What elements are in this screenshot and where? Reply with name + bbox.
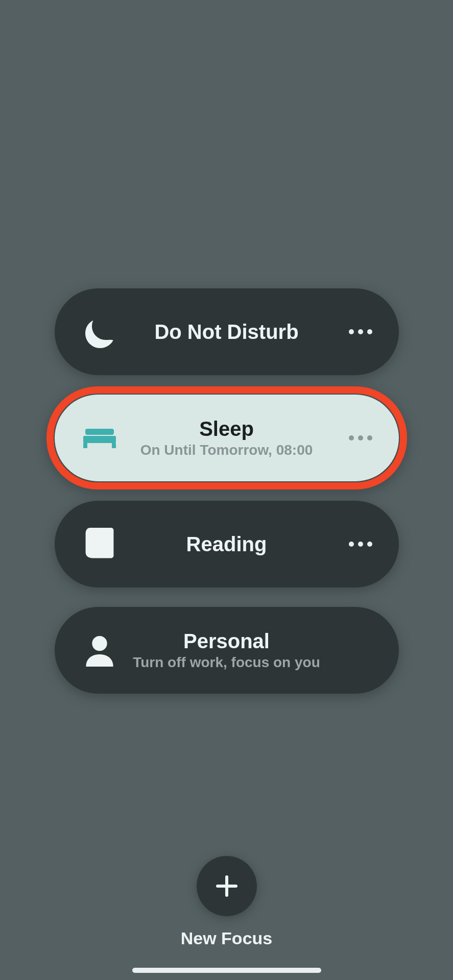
focus-row-subtitle: On Until Tomorrow, 08:00 xyxy=(126,442,327,458)
focus-row-dnd[interactable]: Do Not Disturb xyxy=(55,288,399,375)
focus-row-reading[interactable]: Reading xyxy=(55,501,399,587)
more-icon[interactable] xyxy=(349,329,372,334)
plus-icon xyxy=(215,874,239,898)
focus-row-subtitle: Turn off work, focus on you xyxy=(126,654,327,671)
svg-rect-6 xyxy=(216,885,237,888)
person-icon xyxy=(83,634,116,667)
focus-row-sleep[interactable]: Sleep On Until Tomorrow, 08:00 xyxy=(55,395,399,481)
focus-row-title: Reading xyxy=(126,533,327,555)
book-icon xyxy=(83,528,116,560)
svg-rect-0 xyxy=(85,429,114,435)
new-focus-section: New Focus xyxy=(150,856,303,948)
svg-point-4 xyxy=(92,636,107,651)
add-focus-button[interactable] xyxy=(197,856,257,916)
focus-mode-list: Do Not Disturb Sleep On Until Tomorrow, … xyxy=(55,288,399,694)
focus-row-title: Personal xyxy=(126,630,327,652)
more-icon[interactable] xyxy=(349,542,372,547)
moon-icon xyxy=(83,315,116,348)
focus-row-title: Sleep xyxy=(126,418,327,440)
svg-rect-2 xyxy=(83,443,87,448)
svg-rect-3 xyxy=(112,443,116,448)
focus-row-text: Do Not Disturb xyxy=(126,321,327,343)
svg-rect-1 xyxy=(83,436,116,443)
focus-row-text: Sleep On Until Tomorrow, 08:00 xyxy=(126,418,327,458)
focus-row-text: Reading xyxy=(126,533,327,555)
focus-row-title: Do Not Disturb xyxy=(126,321,327,343)
focus-row-text: Personal Turn off work, focus on you xyxy=(126,630,327,671)
more-icon[interactable] xyxy=(349,435,372,440)
home-indicator[interactable] xyxy=(132,968,321,973)
bed-icon xyxy=(83,422,116,454)
focus-row-personal[interactable]: Personal Turn off work, focus on you xyxy=(55,607,399,694)
new-focus-label: New Focus xyxy=(150,928,303,948)
